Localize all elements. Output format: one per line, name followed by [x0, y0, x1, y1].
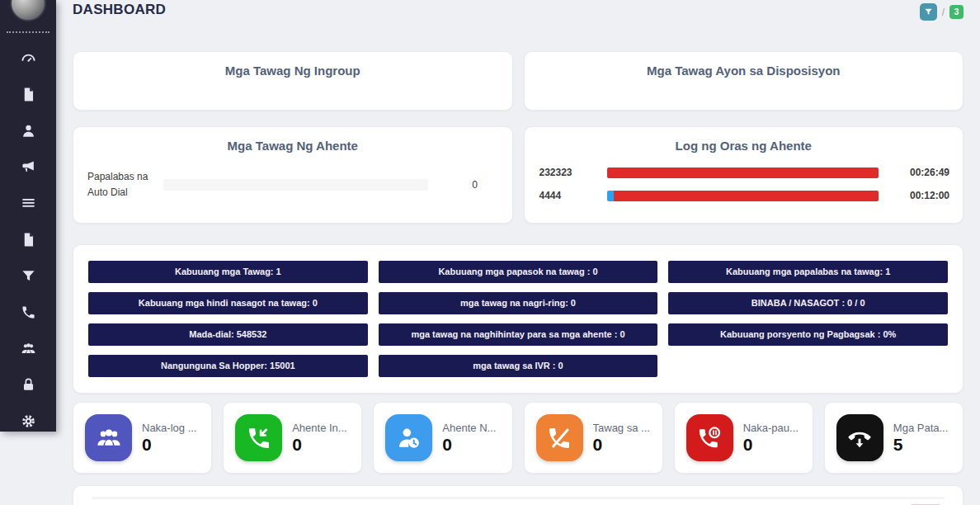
- bottom-partial-card: [73, 485, 964, 505]
- agent-calls-card: Mga Tawag Ng Ahente Papalabas na Auto Di…: [73, 126, 513, 224]
- metric-label: Tawag sa ...: [593, 422, 650, 434]
- bar-segment: [607, 168, 879, 178]
- agent-calls-row: Papalabas na Auto Dial 0: [73, 169, 512, 200]
- bar-segment: [607, 191, 614, 201]
- agents-group-icon[interactable]: [21, 341, 36, 356]
- stat-pill: BINABA / NASAGOT : 0 / 0: [668, 292, 948, 314]
- stat-pill: Kabuuang mga Tawag: 1: [88, 261, 368, 283]
- metric-value: 0: [292, 435, 347, 454]
- page-title: DASHBOARD: [73, 2, 166, 18]
- script-file-icon[interactable]: [21, 232, 36, 248]
- phone-slash-icon: [536, 414, 583, 461]
- partial-card-divider: [92, 497, 945, 499]
- stat-pill: mga tawag sa IVR : 0: [379, 355, 658, 377]
- metric-label: Mga Pata...: [893, 422, 948, 434]
- disposition-calls-card: Mga Tawag Ayon sa Disposisyon: [524, 51, 964, 111]
- sidebar-nav: [21, 50, 36, 429]
- time-log-bar: [607, 191, 879, 201]
- sidebar: [0, 0, 56, 432]
- dashboard-gauge-icon[interactable]: [21, 50, 36, 66]
- agent-calls-bar-track: [163, 179, 428, 191]
- metric-card-paused: Naka-pau... 0: [674, 402, 813, 474]
- metric-label: Ahente In...: [292, 422, 347, 434]
- agent-status-metrics: Naka-log ... 0 Ahente In... 0 Ahente N..…: [73, 402, 964, 474]
- header-separator: /: [942, 7, 945, 18]
- time-log-bar: [607, 168, 879, 178]
- filter-button[interactable]: [920, 3, 937, 21]
- main-content: DASHBOARD / 3 Mga Tawag Ng Ingroup Mga T…: [73, 0, 964, 505]
- metric-label: Naka-pau...: [743, 422, 799, 434]
- metric-value: 0: [743, 435, 799, 454]
- stat-pill: Kabuuang mga papalabas na tawag: 1: [668, 261, 948, 283]
- agent-clock-icon: [385, 414, 432, 461]
- time-log-value: 00:26:49: [879, 167, 949, 178]
- time-log-value: 00:12:00: [879, 190, 949, 201]
- users-group-icon: [85, 414, 132, 461]
- megaphone-icon[interactable]: [21, 159, 36, 175]
- gear-icon[interactable]: [21, 413, 36, 429]
- stat-pill: Nangunguna Sa Hopper: 15001: [88, 355, 368, 377]
- call-stats-card: Kabuuang mga Tawag: 1 Kabuuang mga papas…: [73, 244, 964, 394]
- disposition-calls-title: Mga Tawag Ayon sa Disposisyon: [525, 52, 964, 78]
- stat-pill: Kabuuang porsyento ng Pagbagsak : 0%: [668, 323, 948, 346]
- metric-card-dead-calls: Mga Pata... 5: [824, 402, 964, 474]
- time-log-row: 232323 00:26:49: [525, 167, 964, 178]
- list-icon[interactable]: [21, 196, 36, 211]
- agent-calls-title: Mga Tawag Ng Ahente: [73, 127, 512, 153]
- metric-label: Ahente N...: [442, 422, 496, 434]
- metric-value: 0: [142, 435, 196, 454]
- metric-card-agents-waiting: Ahente N... 0: [373, 402, 512, 474]
- agent-calls-row-value: 0: [451, 179, 499, 191]
- phone-pause-icon: [686, 414, 733, 461]
- stat-pill: mga tawag na naghihintay para sa mga ahe…: [379, 323, 658, 346]
- metric-label: Naka-log ...: [142, 422, 196, 434]
- metric-card-calls-dropped: Tawag sa ... 0: [524, 402, 663, 474]
- stat-pill: Kabuuang mga papasok na tawag : 0: [379, 261, 658, 283]
- agent-time-log-card: Log ng Oras ng Ahente 232323 00:26:49 44…: [524, 126, 964, 224]
- sidebar-divider: [7, 31, 49, 33]
- time-log-row: 4444 00:12:00: [525, 190, 964, 201]
- lock-icon[interactable]: [21, 377, 36, 393]
- user-avatar[interactable]: [10, 0, 46, 21]
- metric-card-agents-incall: Ahente In... 0: [223, 402, 362, 474]
- stat-pill: Kabuuang mga hindi nasagot na tawag: 0: [88, 292, 368, 314]
- metric-value: 0: [442, 435, 496, 454]
- agent-time-log-title: Log ng Oras ng Ahente: [525, 127, 964, 153]
- metric-value: 0: [593, 435, 650, 454]
- metric-value: 5: [893, 435, 948, 454]
- ingroup-calls-card: Mga Tawag Ng Ingroup: [73, 51, 513, 111]
- count-badge[interactable]: 3: [949, 5, 964, 19]
- phone-hangup-icon: [836, 414, 883, 461]
- filter-funnel-icon[interactable]: [21, 268, 36, 284]
- ingroup-calls-title: Mga Tawag Ng Ingroup: [73, 52, 512, 78]
- header-actions: / 3: [920, 3, 964, 21]
- phone-icon[interactable]: [21, 304, 36, 320]
- bar-segment: [614, 191, 879, 201]
- time-log-label: 4444: [539, 190, 607, 201]
- phone-incoming-icon: [235, 414, 282, 461]
- stat-pill: Mada-dial: 548532: [88, 323, 368, 346]
- agent-calls-row-label: Papalabas na Auto Dial: [87, 169, 163, 200]
- metric-card-logged-in: Naka-log ... 0: [73, 402, 212, 474]
- report-file-icon[interactable]: [21, 87, 36, 102]
- stat-pill: mga tawag na nagri-ring: 0: [379, 292, 658, 314]
- filter-icon: [924, 7, 933, 17]
- time-log-label: 232323: [539, 167, 607, 178]
- user-icon[interactable]: [21, 123, 36, 139]
